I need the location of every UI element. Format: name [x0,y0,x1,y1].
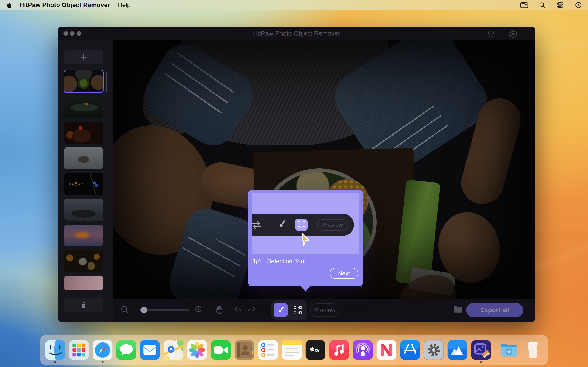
thumbnail-sunset-snow[interactable] [64,225,103,246]
close-button[interactable] [63,31,68,36]
svg-text:tv: tv [315,347,320,353]
bottom-toolbar: Preview Export all [112,299,535,322]
dock-divider [495,339,495,361]
dock-mail-icon[interactable] [140,340,160,360]
dock-finder-icon[interactable] [45,340,65,360]
redo-icon[interactable] [247,306,256,315]
tutorial-screenshot-panel: Preview [252,193,359,254]
toolbar-divider [266,305,267,315]
zoom-slider[interactable] [140,309,189,311]
tutorial-step: 1/4 [252,258,261,265]
undo-icon[interactable] [233,306,242,315]
mini-toolbar-divider [268,220,268,230]
tutorial-caption: 1/4 Selection Tool. [252,258,358,265]
dock-hitpaw-icon[interactable] [471,340,491,360]
tool-group [271,300,307,320]
dock-maps-icon[interactable] [164,340,183,360]
dock-safari-icon[interactable] [93,340,112,360]
dock-music-icon[interactable] [329,340,349,360]
window-titlebar[interactable]: HitPaw Photo Object Remover [58,27,535,40]
delete-image-button[interactable] [64,298,103,312]
brush-icon [277,219,287,230]
zoom-button[interactable] [77,31,81,36]
preview-button[interactable]: Preview [310,303,339,317]
dock-tv-icon[interactable]: tv [306,340,326,360]
dock-system-settings-icon[interactable] [424,340,444,360]
thumbnail-car-city[interactable] [64,199,103,221]
menu-bar: HitPaw Photo Object Remover Help ⌘ [0,0,588,10]
window-title: HitPaw Photo Object Remover [58,30,535,37]
dock-notes-icon[interactable] [282,340,302,360]
dock-mountains-app-icon[interactable] [448,340,467,360]
dock-contacts-icon[interactable] [235,340,254,360]
command-window-icon[interactable]: ⌘ [520,2,528,8]
export-all-button[interactable]: Export all [466,303,523,317]
dock-launchpad-icon[interactable] [69,340,89,360]
compare-icon [252,220,262,231]
spotlight-search-icon[interactable] [539,2,546,8]
tutorial-popup: Preview 1/4 Selection Tool. Next [248,190,363,286]
dock-news-icon[interactable] [377,340,397,360]
thumbnail-snow-animal[interactable] [64,148,103,169]
folder-icon[interactable] [453,305,463,315]
dock-downloads-icon[interactable] [499,340,519,360]
add-image-button[interactable] [64,50,103,64]
dock-trash-icon[interactable] [523,340,543,360]
dock: tv [40,335,548,365]
dock-podcasts-icon[interactable] [353,340,373,360]
dock-messages-icon[interactable] [116,340,136,360]
selection-tool-highlighted [295,219,308,231]
cart-icon[interactable] [485,29,495,39]
thumbnail-list [58,70,112,290]
svg-text:⌘: ⌘ [525,4,527,7]
hand-icon[interactable] [214,305,224,315]
sidebar-scrollbar[interactable] [106,72,107,92]
next-button[interactable]: Next [330,268,358,279]
thumbnail-tank[interactable] [64,96,103,118]
traffic-lights [63,31,81,36]
zoom-in-icon[interactable] [195,305,204,315]
dock-facetime-icon[interactable] [211,340,231,360]
selection-tool-button[interactable] [293,306,302,315]
control-center-icon[interactable] [556,2,564,8]
minimize-button[interactable] [70,31,75,36]
cursor-pointer-icon [300,232,311,248]
popup-tail [300,286,311,292]
menubar-app-name[interactable]: HitPaw Photo Object Remover [19,2,110,9]
zoom-slider-knob[interactable] [141,307,147,313]
thumbnail-salad-bowl[interactable] [64,70,103,92]
dock-photos-icon[interactable] [187,340,207,360]
thumbnail-raccoon[interactable] [64,250,103,272]
brush-tool-button[interactable] [274,303,288,317]
dock-app-store-icon[interactable] [400,340,420,360]
zoom-out-icon[interactable] [120,305,129,315]
tutorial-label: Selection Tool. [267,258,307,265]
clock-icon[interactable] [575,1,582,9]
thumbnail-red-figure[interactable] [64,122,103,144]
thumbnail-night-lights[interactable] [64,173,103,195]
account-icon[interactable] [508,29,518,40]
mini-preview-button: Preview [317,219,348,231]
thumbnail-sidebar [58,40,112,322]
thumbnail-pink-room[interactable] [64,276,103,290]
menubar-help[interactable]: Help [118,2,131,9]
apple-menu-icon[interactable] [6,2,12,8]
dock-reminders-icon[interactable] [258,340,278,360]
